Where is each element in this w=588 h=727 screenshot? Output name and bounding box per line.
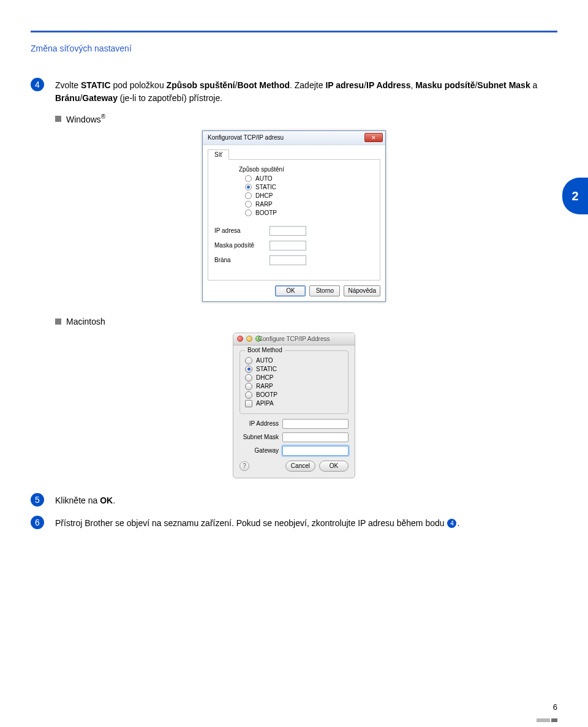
step-ref-4: 4 — [447, 519, 456, 528]
radio-selected-icon — [247, 186, 250, 189]
step-number-5: 5 — [31, 493, 44, 507]
mac-dialog: Configure TCP/IP Address Boot Method AUT… — [233, 333, 355, 478]
ip-label: IP adresa — [214, 227, 270, 234]
text-bold: STATIC — [81, 80, 110, 90]
square-bullet-icon — [55, 318, 61, 325]
radio-icon — [245, 209, 252, 216]
radio-label: DHCP — [256, 374, 273, 381]
text: Windows — [66, 115, 101, 124]
gateway-input[interactable] — [270, 255, 306, 265]
ok-button[interactable]: OK — [319, 461, 349, 472]
text-bold: Masku podsítě — [415, 80, 475, 90]
bullet-macintosh: Macintosh — [55, 317, 557, 326]
mask-label: Subnet Mask — [239, 434, 282, 440]
checkbox-apipa[interactable]: APIPA — [245, 400, 343, 407]
cancel-button[interactable]: Storno — [309, 285, 340, 296]
ok-button[interactable]: OK — [275, 285, 306, 296]
radio-bootp[interactable]: BOOTP — [245, 209, 374, 216]
page-number: 6 — [553, 703, 557, 712]
radio-static[interactable]: STATIC — [245, 184, 374, 190]
cancel-button[interactable]: Cancel — [285, 461, 315, 472]
step-number-6: 6 — [31, 516, 44, 529]
breadcrumb: Změna síťových nastavení — [31, 43, 557, 53]
radio-selected-icon — [247, 367, 251, 371]
radio-label: STATIC — [256, 366, 277, 372]
close-button[interactable]: ✕ — [364, 133, 383, 142]
radio-static[interactable]: STATIC — [245, 366, 343, 373]
step-number-4: 4 — [31, 78, 44, 91]
text-bold: Boot Method — [237, 80, 290, 90]
chapter-side-badge: 2 — [562, 178, 588, 214]
radio-auto[interactable]: AUTO — [245, 357, 343, 364]
text: Klikněte na — [55, 495, 100, 505]
radio-icon — [245, 184, 252, 190]
ip-input[interactable] — [282, 419, 349, 429]
registered-icon: ® — [101, 113, 105, 120]
mask-label: Maska podsítě — [214, 242, 270, 249]
text: Přístroj Brother se objeví na seznamu za… — [55, 518, 447, 528]
deco-bar-icon — [537, 718, 550, 722]
radio-icon — [245, 357, 252, 364]
text: (je-li to zapotřebí) přístroje. — [118, 93, 222, 103]
help-button[interactable]: ? — [239, 461, 249, 471]
mask-input[interactable] — [282, 432, 349, 442]
radio-icon — [245, 383, 252, 390]
text: a — [530, 80, 538, 90]
radio-label: STATIC — [255, 184, 276, 190]
mac-title: Configure TCP/IP Address — [233, 336, 355, 342]
windows-dialog: Konfigurovat TCP/IP adresu ✕ Síť Způsob … — [202, 130, 386, 302]
radio-icon — [245, 192, 252, 199]
radio-label: RARP — [256, 383, 273, 390]
radio-rarp[interactable]: RARP — [245, 201, 374, 208]
radio-rarp[interactable]: RARP — [245, 383, 343, 390]
gateway-label: Brána — [214, 257, 270, 263]
tab-network[interactable]: Síť — [208, 149, 229, 160]
boot-method-label: Boot Method — [245, 347, 285, 353]
step-4-text: Zvolte STATIC pod položkou Způsob spuště… — [55, 78, 557, 105]
top-rule — [31, 31, 557, 32]
mask-input[interactable] — [270, 241, 306, 250]
windows-titlebar: Konfigurovat TCP/IP adresu ✕ — [203, 131, 385, 145]
text: pod položkou — [111, 80, 167, 90]
text: Zvolte — [55, 80, 81, 90]
close-icon: ✕ — [371, 135, 376, 141]
radio-icon — [245, 374, 252, 382]
step-5-text: Klikněte na OK. — [55, 493, 115, 507]
radio-auto[interactable]: AUTO — [245, 175, 374, 182]
text-bold: Způsob spuštění — [167, 80, 235, 90]
bullet-windows: Windows® — [55, 113, 557, 124]
text: . Zadejte — [290, 80, 325, 90]
radio-icon — [245, 391, 252, 399]
radio-dhcp[interactable]: DHCP — [245, 192, 374, 199]
radio-bootp[interactable]: BOOTP — [245, 391, 343, 399]
text-bold: Bránu — [55, 93, 80, 103]
page-decoration — [537, 718, 557, 722]
ip-input[interactable] — [270, 226, 306, 236]
text-bold: IP Address — [366, 80, 410, 90]
text-bold: OK — [100, 495, 113, 505]
radio-label: BOOTP — [256, 391, 277, 398]
text-bold: Gateway — [82, 93, 118, 103]
help-button[interactable]: Nápověda — [344, 285, 380, 296]
text-bold: Subnet Mask — [477, 80, 530, 90]
checkbox-icon — [245, 400, 252, 407]
checkbox-label: APIPA — [256, 400, 274, 407]
radio-label: DHCP — [255, 192, 273, 199]
step-6-text: Přístroj Brother se objeví na seznamu za… — [55, 516, 459, 530]
radio-label: BOOTP — [255, 209, 277, 216]
tab-panel: Způsob spuštění AUTO STATIC DHCP RARP BO… — [208, 159, 380, 281]
radio-icon — [245, 201, 252, 208]
gateway-input[interactable] — [282, 446, 349, 456]
deco-bar-icon — [551, 718, 557, 722]
radio-label: AUTO — [256, 357, 273, 364]
text-bold: IP adresu — [325, 80, 364, 90]
text: . — [457, 518, 459, 528]
mac-titlebar: Configure TCP/IP Address — [233, 333, 355, 345]
ip-label: IP Address — [239, 420, 282, 427]
square-bullet-icon — [55, 116, 61, 122]
boot-method-label: Způsob spuštění — [239, 166, 374, 173]
radio-icon — [245, 366, 252, 373]
step-5: 5 Klikněte na OK. — [31, 493, 557, 507]
radio-dhcp[interactable]: DHCP — [245, 374, 343, 382]
windows-title: Konfigurovat TCP/IP adresu — [208, 134, 284, 141]
